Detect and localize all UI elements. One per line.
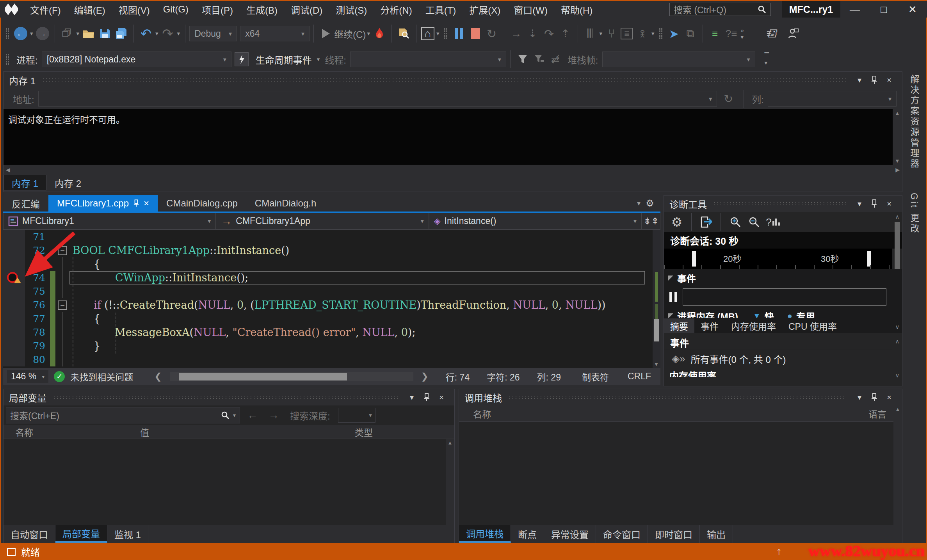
menu-item[interactable]: 视图(V)	[112, 1, 157, 18]
restart-debug-button[interactable]: ↻	[484, 25, 499, 42]
step-into-button[interactable]: ⇣	[525, 25, 540, 42]
pause-events-icon[interactable]	[669, 292, 677, 302]
menu-item[interactable]: 编辑(E)	[68, 1, 112, 18]
close-icon[interactable]: ×	[882, 391, 897, 404]
settings-gear-icon[interactable]: ⚙	[669, 214, 684, 230]
scrollbar-thumb[interactable]	[179, 373, 347, 380]
publish-arrow-icon[interactable]: ↑	[776, 545, 782, 558]
help-items-button[interactable]: ?≡	[724, 25, 739, 42]
copy-callstack-button[interactable]: ⧉	[683, 25, 698, 42]
toggle-flagged-only-button[interactable]: ⇄̸	[548, 51, 563, 68]
diagnostics-timeline-ruler[interactable]: 20秒 30秒	[664, 249, 892, 269]
menu-item[interactable]: 工具(T)	[419, 1, 463, 18]
modules-window-button[interactable]: ≣	[621, 28, 633, 39]
navigate-back-button[interactable]: ←	[13, 25, 28, 42]
diagnostics-tab[interactable]: CPU 使用率	[782, 318, 843, 333]
scroll-down-icon[interactable]: ∨	[895, 372, 900, 379]
menu-item[interactable]: 扩展(X)	[463, 1, 507, 18]
menu-item[interactable]: 窗口(W)	[507, 1, 554, 18]
diagnostics-scrollbar-lower[interactable]: ∧ ∨	[893, 338, 902, 379]
window-position-chevron[interactable]: ▾	[404, 391, 419, 404]
search-depth-select[interactable]: ▾	[338, 408, 375, 423]
screenshot-tool-button[interactable]: ⌂	[421, 27, 434, 40]
locals-tab[interactable]: 监视 1	[107, 525, 148, 543]
memory1-content[interactable]: 调试对象正在运行时不可用。 ▲▼	[4, 109, 902, 165]
menu-item[interactable]: 生成(B)	[240, 1, 284, 18]
new-project-button[interactable]: 🗇	[60, 25, 75, 42]
breakpoint-margin[interactable]	[3, 325, 25, 339]
line-ending-indicator[interactable]: CRLF	[628, 371, 651, 382]
solution-platform-select[interactable]: x64▾	[240, 26, 310, 41]
scrollbar-thumb[interactable]	[654, 319, 659, 341]
scroll-up-icon[interactable]: ∧	[895, 213, 900, 220]
zoom-level-select[interactable]: 146 %▾	[7, 370, 48, 383]
scroll-down-icon[interactable]: ∨	[895, 324, 900, 331]
solution-explorer-vertical-tab[interactable]: 解决方案资源管理器	[907, 75, 921, 169]
breakpoint-margin[interactable]	[3, 257, 25, 271]
callstack-tab-active[interactable]: 调用堆栈	[459, 525, 511, 543]
tab-options-gear-icon[interactable]: ⚙	[642, 195, 657, 212]
scroll-left-icon[interactable]: ❮	[154, 371, 162, 382]
callstack-tab[interactable]: 命令窗口	[596, 525, 648, 543]
events-section-header[interactable]: 事件	[664, 269, 902, 287]
scroll-up-icon[interactable]: ▲	[895, 110, 900, 116]
git-changes-vertical-tab[interactable]: Git 更改	[907, 193, 921, 234]
menu-item[interactable]: 文件(F)	[23, 1, 68, 18]
all-events-link[interactable]: ◈» 所有事件(0 个, 共 0 个)	[664, 350, 892, 368]
hot-reload-flame-icon[interactable]	[372, 25, 387, 42]
window-drag-grip[interactable]	[42, 78, 846, 82]
collapse-minus-icon[interactable]: −	[58, 300, 67, 310]
show-next-statement-button[interactable]: →	[509, 25, 524, 42]
locals-search-input[interactable]: 搜索(Ctrl+E) ▾	[6, 407, 240, 423]
diagnostics-scrollbar-upper[interactable]: ∧ ∨	[893, 213, 902, 331]
filter-threads-button[interactable]	[515, 51, 530, 68]
window-drag-grip[interactable]	[53, 395, 398, 400]
column-header-name[interactable]: 名称	[459, 407, 868, 420]
pin-icon[interactable]	[867, 73, 882, 87]
maximize-button[interactable]: □	[869, 1, 898, 18]
close-icon[interactable]: ×	[144, 198, 149, 209]
fold-margin[interactable]	[55, 312, 69, 325]
chart-options-icon[interactable]: ?	[765, 214, 780, 230]
breakpoint-margin[interactable]	[3, 298, 25, 312]
lifecycle-events-icon[interactable]	[235, 52, 249, 66]
breakpoint-margin[interactable]	[3, 284, 25, 298]
document-tab[interactable]: CMainDialog.cpp	[158, 195, 246, 212]
continue-dropdown[interactable]: ▾	[367, 30, 370, 37]
fold-margin[interactable]: −	[55, 244, 69, 257]
zoom-in-icon[interactable]	[728, 214, 743, 230]
menu-item[interactable]: 分析(N)	[374, 1, 418, 18]
menu-item[interactable]: 帮助(H)	[554, 1, 599, 18]
columns-select[interactable]: ▾	[768, 91, 897, 107]
close-button[interactable]: ✕	[898, 1, 927, 18]
debug-location-overflow-chevron[interactable]: ▔▾	[765, 52, 769, 66]
menu-item[interactable]: 项目(P)	[195, 1, 240, 18]
character-indicator[interactable]: 字符: 26	[487, 370, 520, 383]
process-explorer-dropdown[interactable]: ▾	[651, 30, 655, 37]
quick-search-box[interactable]: 搜索 (Ctrl+Q)	[669, 3, 771, 16]
fold-margin[interactable]	[55, 353, 69, 366]
search-options-chevron[interactable]: ▾	[233, 412, 236, 418]
fold-margin[interactable]	[55, 257, 69, 271]
process-select[interactable]: [0x8B28] Notepad.exe▾	[42, 52, 231, 67]
locals-tab-active[interactable]: 局部变量	[55, 525, 107, 543]
diagnostics-tab-active[interactable]: 摘要	[664, 318, 694, 333]
close-icon[interactable]: ×	[882, 197, 897, 210]
editor-vertical-scrollbar[interactable]: ▼	[653, 230, 660, 368]
pointer-select-button[interactable]: ➤	[667, 25, 681, 42]
minimize-button[interactable]: —	[840, 1, 869, 18]
lifecycle-events-dropdown[interactable]: ▾	[317, 56, 320, 63]
save-all-button[interactable]	[114, 25, 129, 42]
line-indicator[interactable]: 行: 74	[446, 370, 470, 383]
diagnostics-title-bar[interactable]: 诊断工具 ▾ ×	[664, 196, 902, 212]
window-drag-grip[interactable]	[508, 395, 846, 400]
breakpoint-margin[interactable]	[3, 353, 25, 366]
toolbar-drag-grip[interactable]	[5, 28, 9, 39]
process-explorer-button[interactable]: 🯅	[635, 25, 649, 42]
breakpoint-margin[interactable]	[3, 339, 25, 353]
scroll-down-icon[interactable]: ▼	[895, 158, 900, 164]
scroll-left-icon[interactable]: ◀	[6, 167, 10, 173]
window-position-chevron[interactable]: ▾	[852, 197, 867, 210]
export-session-icon[interactable]	[699, 214, 713, 230]
window-drag-grip[interactable]	[713, 201, 846, 206]
